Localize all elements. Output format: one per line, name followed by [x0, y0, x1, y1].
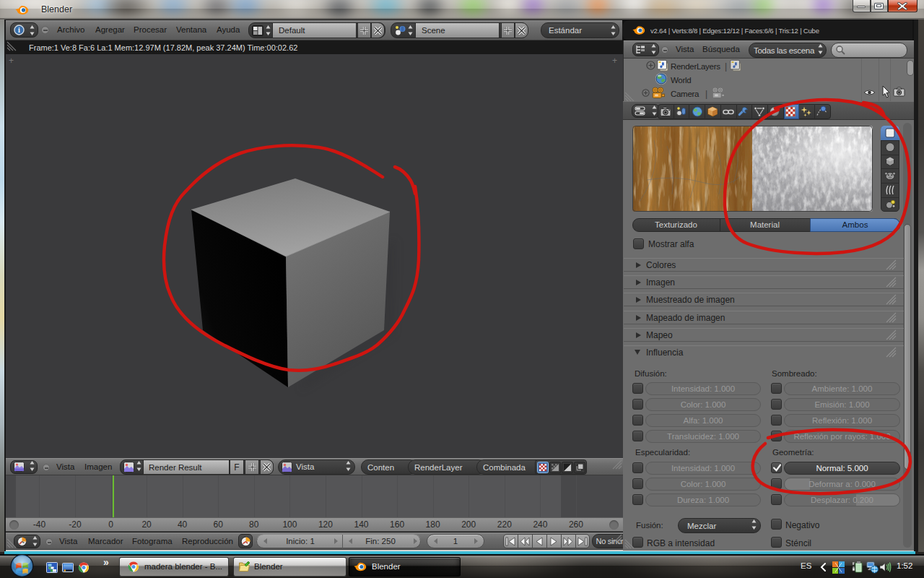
- svg-text:i: i: [18, 26, 20, 34]
